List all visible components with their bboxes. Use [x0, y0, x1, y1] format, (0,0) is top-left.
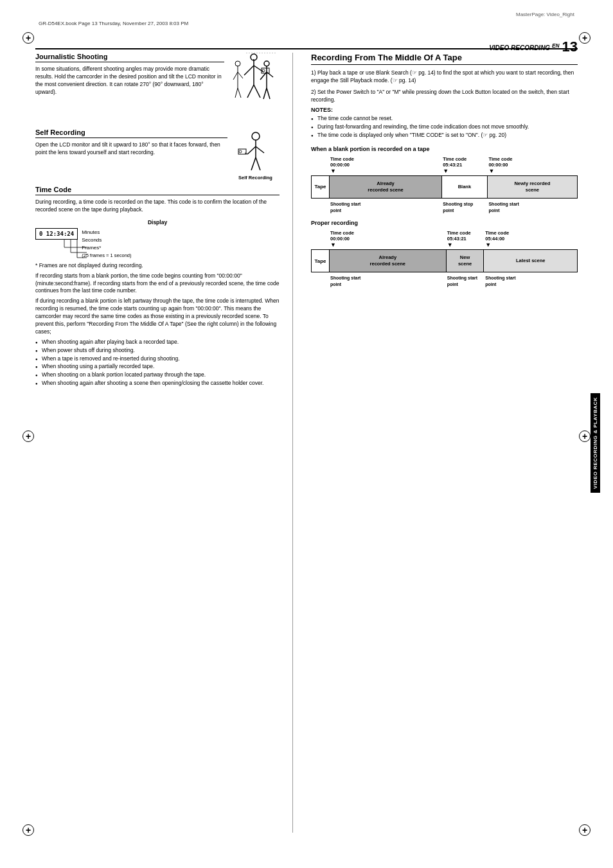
notes-list: The time code cannot be reset. During fa… [311, 115, 578, 139]
svg-line-27 [256, 146, 264, 153]
page: MasterPage: Video_Right GR-D54EX.book Pa… [0, 0, 613, 868]
bullet-item: When shooting again after playing back a… [35, 339, 280, 346]
note-item: During fast-forwarding and rewinding, th… [311, 123, 578, 131]
proper-tape-title: Proper recording [311, 220, 578, 226]
journalistic-figure [228, 53, 280, 123]
corner-mark-top-left [22, 32, 34, 44]
svg-line-17 [238, 72, 243, 78]
proper-sp-1: Shooting startpoint [329, 274, 446, 287]
note-item: The time code is displayed only when "TI… [311, 132, 578, 139]
right-column: Recording From The Middle Of A Tape 1) P… [306, 53, 578, 833]
proper-already-cell: Alreadyrecorded scene [330, 250, 447, 272]
minutes-label: Minutes [82, 229, 131, 235]
proper-latest-cell: Latest scene [484, 250, 577, 272]
step-1-text: 1) Play back a tape or use Blank Search … [311, 69, 578, 85]
blank-newly-cell: Newly recordedscene [488, 176, 577, 198]
bullet-item: When shooting again after shooting a sce… [35, 380, 280, 387]
proper-shooting-row: Shooting startpoint Shooting startpoint … [311, 274, 578, 287]
corner-mark-bottom-left [22, 824, 34, 836]
bullet-item: When shooting on a blank portion located… [35, 371, 280, 379]
header-line [35, 48, 578, 49]
master-page-label: MasterPage: Video_Right [516, 12, 574, 17]
blank-sp-2: Shooting stoppoint [441, 200, 487, 213]
asterisk-note: * Frames are not displayed during record… [35, 262, 280, 270]
blank-tape-title: When a blank portion is recorded on a ta… [311, 146, 578, 152]
svg-line-16 [233, 72, 238, 80]
step-2-text: 2) Set the Power Switch to "A" or "M" wh… [311, 88, 578, 104]
timecode-figure: 0 12:34:24 [35, 228, 280, 258]
journalistic-body: In some situations, different shooting a… [35, 66, 224, 96]
svg-line-19 [238, 88, 241, 98]
self-recording-svg [233, 128, 278, 173]
svg-point-26 [239, 150, 242, 153]
blank-tape-label: Tape [312, 176, 330, 198]
self-recording-figure: Self Recording [231, 128, 280, 181]
file-info: GR-D54EX.book Page 13 Thursday, November… [39, 21, 188, 26]
timecode-box: 0 12:34:24 [35, 228, 78, 240]
timecode-labels: Minutes Seconds Frames* (25 frames = 1 s… [82, 228, 131, 258]
time-code-body1: During recording, a time code is recorde… [35, 199, 280, 214]
blank-tc-cell-3: Time code 00:00:00 ▼ [487, 156, 578, 174]
display-label: Display [35, 219, 280, 226]
bullet-item: When power shuts off during shooting. [35, 347, 280, 355]
blank-already-cell: Alreadyrecorded scene [330, 176, 442, 198]
seconds-label: Seconds [82, 237, 131, 243]
svg-rect-25 [238, 149, 246, 154]
blank-tape-bar: Tape Alreadyrecorded scene Blank Newly r… [311, 175, 578, 199]
svg-line-23 [247, 146, 256, 154]
svg-line-13 [267, 88, 270, 99]
self-recording-body: Open the LCD monitor and tilt it upward … [35, 141, 227, 157]
blank-tc-cell-1: Time code 00:00:00 ▼ [329, 156, 441, 174]
column-divider [292, 53, 293, 833]
svg-point-21 [252, 132, 260, 140]
sidebar-vertical: VIDEO RECORDING & PLAYBACK [589, 53, 601, 833]
svg-line-11 [267, 72, 273, 77]
journalistic-section: Journalistic Shooting In some situations… [35, 53, 280, 123]
video-recording-label: VIDEO RECORDING EN [489, 42, 559, 51]
frames-note: (25 frames = 1 second) [82, 252, 131, 258]
self-recording-text: Self Recording Open the LCD monitor and … [35, 128, 227, 181]
svg-line-28 [251, 157, 256, 170]
journalistic-text: Journalistic Shooting In some situations… [35, 53, 224, 123]
timecode-box-wrap: 0 12:34:24 [35, 228, 78, 240]
proper-tape-label: Tape [312, 250, 330, 272]
svg-line-4 [247, 85, 254, 98]
self-recording-section: Self Recording Open the LCD monitor and … [35, 128, 280, 181]
notes-title: NOTES: [311, 107, 578, 113]
left-column: Journalistic Shooting In some situations… [35, 53, 280, 833]
journalistic-figure-svg [228, 53, 280, 123]
journalistic-title: Journalistic Shooting [35, 53, 224, 62]
frames-label: Frames* [82, 245, 131, 251]
blank-tape-section: When a blank portion is recorded on a ta… [311, 146, 578, 213]
content-area: Journalistic Shooting In some situations… [35, 53, 578, 833]
time-code-section: Time Code During recording, a time code … [35, 186, 280, 387]
bullet-item: When a tape is removed and re-inserted d… [35, 355, 280, 363]
sidebar-vertical-text: VIDEO RECORDING & PLAYBACK [591, 393, 600, 493]
time-code-title: Time Code [35, 186, 280, 195]
proper-tc-cell-2: Time code 05:43:21 ▼ [446, 230, 484, 248]
svg-line-2 [244, 66, 254, 75]
right-section-title: Recording From The Middle Of A Tape [311, 53, 578, 65]
blank-shooting-row: Shooting startpoint Shooting stoppoint S… [311, 200, 578, 213]
proper-tc-header: Time code 00:00:00 ▼ Time code 05:43:21 … [311, 230, 578, 248]
note-item: The time code cannot be reset. [311, 115, 578, 123]
bullet-item: When shooting using a partially recorded… [35, 363, 280, 371]
blank-blank-cell: Blank [442, 176, 488, 198]
svg-line-5 [254, 85, 260, 98]
self-recording-label: Self Recording [238, 175, 272, 181]
proper-sp-3: Shooting startpoint [484, 274, 578, 287]
svg-line-29 [256, 157, 260, 170]
blank-tc-header: Time code 00:00:00 ▼ Time code 05:43:21 … [311, 156, 578, 174]
blank-tc-cell-2: Time code 05:43:21 ▼ [441, 156, 487, 174]
svg-line-18 [235, 88, 238, 98]
blank-sp-1: Shooting startpoint [329, 200, 441, 213]
svg-point-15 [235, 61, 240, 66]
timecode-display-wrap: Display 0 12:34:24 [35, 219, 280, 258]
proper-sp-2: Shooting startpoint [446, 274, 484, 287]
self-recording-title: Self Recording [35, 128, 227, 138]
proper-tc-cell-3: Time code 05:44:00 ▼ [484, 230, 578, 248]
svg-line-12 [263, 88, 267, 99]
time-code-body3: If during recording a blank portion is l… [35, 297, 280, 335]
time-code-body2: If recording starts from a blank portion… [35, 272, 280, 296]
corner-mark-top-right [579, 32, 591, 44]
